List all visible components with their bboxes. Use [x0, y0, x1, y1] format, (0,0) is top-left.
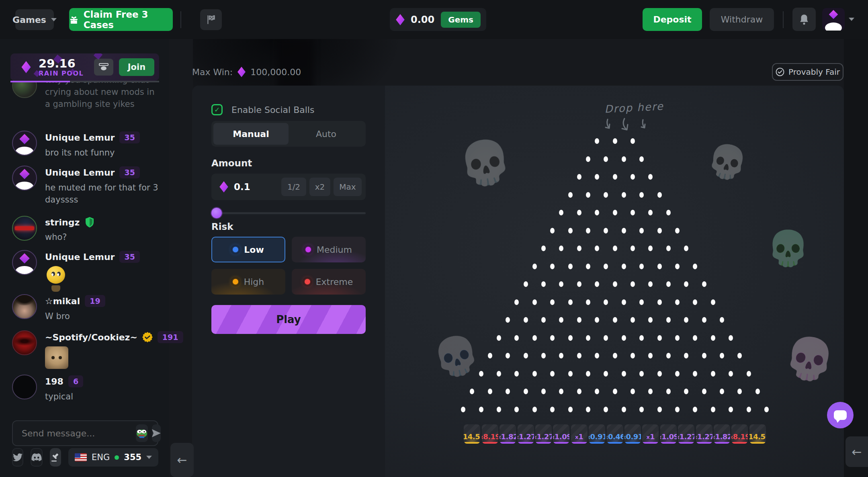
multiplier-tile-x8.19: x8.19	[731, 424, 748, 444]
peg	[666, 317, 671, 323]
username[interactable]: Unique Lemur	[45, 133, 115, 143]
language-label: ENG	[92, 452, 110, 462]
amount-input[interactable]: 0.1	[234, 182, 276, 192]
peg	[604, 264, 608, 269]
peg	[559, 389, 563, 394]
peg	[711, 407, 715, 412]
collapse-sidebar-button[interactable]: ←	[170, 443, 194, 477]
provably-fair-button[interactable]: Provably Fair	[772, 63, 843, 81]
max-win-row: Max Win: 100,000.00	[192, 67, 301, 77]
flag-icon	[206, 14, 216, 25]
skull-green-decoration-icon: 💀	[767, 231, 809, 265]
username[interactable]: stringz	[45, 217, 80, 227]
slider-thumb[interactable]	[211, 208, 222, 218]
play-button[interactable]: Play	[211, 305, 366, 334]
avatar[interactable]	[12, 216, 37, 241]
peg	[506, 317, 510, 323]
emoji-picker-button[interactable]	[136, 424, 148, 442]
tab-auto[interactable]: Auto	[289, 123, 364, 145]
peg	[675, 299, 680, 305]
risk-option-extreme[interactable]: Extreme	[292, 269, 366, 295]
avatar[interactable]	[12, 166, 37, 190]
peg	[550, 264, 555, 269]
gems-currency-button[interactable]: Gems	[441, 12, 481, 28]
games-menu-button[interactable]: Games	[15, 9, 54, 30]
balance-display[interactable]: 0.00 Gems	[390, 8, 486, 31]
avatar[interactable]	[12, 375, 37, 399]
peg	[550, 228, 555, 233]
language-selector[interactable]: ENG 355	[68, 448, 158, 467]
multiplier-tile-x0.91: x0.91	[624, 424, 641, 444]
tip-rain-button[interactable]	[94, 59, 113, 76]
avatar[interactable]	[12, 294, 37, 319]
avatar[interactable]	[12, 131, 37, 156]
risk-option-medium[interactable]: Medium	[292, 237, 366, 262]
peg	[720, 317, 724, 323]
username[interactable]: 198	[45, 377, 63, 387]
peg	[577, 389, 581, 394]
avatar[interactable]	[12, 330, 37, 355]
peg	[514, 371, 519, 377]
peg	[586, 264, 590, 269]
risk-dot	[233, 279, 238, 285]
online-count: 355	[124, 452, 141, 462]
twitter-button[interactable]	[12, 448, 23, 467]
notifications-button[interactable]	[792, 8, 816, 31]
peg	[675, 407, 680, 412]
rules-gavel-button[interactable]	[50, 448, 61, 467]
peg	[631, 281, 635, 287]
username[interactable]: Unique Lemur	[45, 168, 115, 178]
enable-social-balls-toggle[interactable]: ✓ Enable Social Balls	[211, 104, 314, 115]
chat-message-input[interactable]	[22, 428, 132, 438]
drop-arrows-icon[interactable]	[601, 117, 653, 135]
chat-bubble-icon	[834, 410, 847, 420]
peg	[532, 335, 537, 341]
peg	[684, 389, 688, 394]
amount-max-button[interactable]: Max	[334, 178, 362, 196]
collapse-panel-button[interactable]: ←	[845, 436, 868, 467]
withdraw-label: Withdraw	[721, 14, 763, 25]
rain-join-button[interactable]: Join	[119, 58, 154, 76]
user-menu[interactable]	[822, 8, 859, 31]
peg	[559, 353, 563, 358]
rain-pool-progress	[10, 81, 159, 82]
peg	[568, 407, 573, 412]
top-navbar: Games Claim Free 3 Cases 0.00 Gems Depos…	[0, 0, 868, 39]
risk-dot	[305, 247, 311, 252]
risk-dot	[233, 247, 238, 252]
discord-button[interactable]	[31, 448, 43, 467]
peg	[559, 246, 563, 251]
peg	[755, 389, 760, 394]
peg	[595, 138, 599, 144]
withdraw-button[interactable]: Withdraw	[710, 8, 774, 31]
username[interactable]: Unique Lemur	[45, 252, 115, 262]
peg	[639, 335, 644, 341]
amount-slider[interactable]	[211, 208, 366, 218]
username[interactable]: ☆mikal	[45, 296, 80, 306]
tab-manual[interactable]: Manual	[213, 123, 289, 145]
peg	[711, 299, 715, 305]
risk-option-low[interactable]: Low	[211, 237, 285, 262]
claim-free-cases-button[interactable]: Claim Free 3 Cases	[69, 8, 173, 31]
peg	[586, 407, 590, 412]
peg	[595, 174, 599, 180]
amount-double-button[interactable]: x2	[309, 178, 330, 196]
peg	[666, 353, 671, 358]
risk-option-label: Low	[244, 245, 264, 255]
peg	[684, 353, 688, 358]
peg	[479, 407, 483, 412]
peg	[639, 228, 644, 233]
username[interactable]: ~Spotify/Cookiez~	[45, 332, 137, 342]
avatar[interactable]	[12, 250, 37, 275]
amount-half-button[interactable]: 1/2	[281, 178, 306, 196]
races-flag-button[interactable]	[200, 9, 222, 30]
send-message-button[interactable]	[152, 424, 161, 442]
rain-pool-label: RAIN POOL	[39, 70, 94, 77]
peg	[532, 371, 537, 377]
support-chat-button[interactable]	[827, 402, 854, 428]
risk-option-high[interactable]: High	[211, 269, 285, 295]
amount-quick-buttons: 1/2x2Max	[281, 178, 362, 196]
deposit-button[interactable]: Deposit	[643, 8, 702, 31]
peg	[702, 317, 706, 323]
max-win-label: Max Win:	[192, 67, 233, 77]
